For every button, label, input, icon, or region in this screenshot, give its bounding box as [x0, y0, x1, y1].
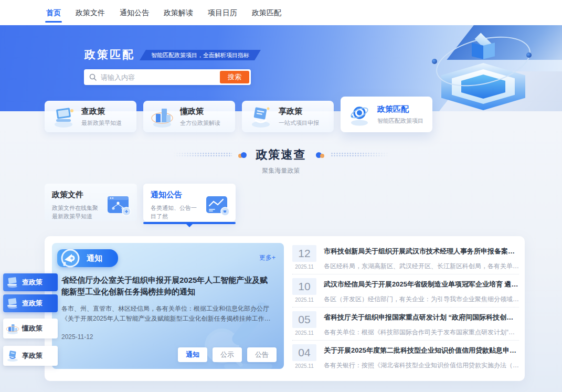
list-item[interactable]: 10 2025.11 武汉市经信局关于开展2025年省级制造业单项冠军企业培育 …: [292, 274, 519, 308]
hero-banner: 政策匹配 智能匹配政策项目，全面解析项目指标 搜索: [0, 25, 562, 111]
side-widgets: 查政策 查政策 懂政策: [3, 273, 58, 369]
top-nav: 首页 政策文件 通知公告 政策解读 项目日历 政策匹配: [0, 0, 562, 25]
hero-title: 政策匹配: [84, 47, 135, 62]
notice-type-button-publicity[interactable]: 公示: [213, 347, 242, 362]
feature-card-enjoy-policy[interactable]: 享政策 一站式项目申报: [242, 101, 334, 132]
nav-item-notices[interactable]: 通知公告: [120, 0, 149, 25]
notice-body: 各市、州、直管市、林区经信局，各有关单位：根据工业和信息化部办公厅《关于开展20…: [61, 304, 275, 324]
notice-title: 省经信厅办公室关于组织申报开展2025年人工智能产业及赋能新型工业化创新任务揭榜…: [61, 274, 273, 298]
side-widget-search-policy[interactable]: 查政策: [3, 294, 58, 312]
section-subtitle: 聚集海量政策: [0, 166, 562, 175]
laptop-3d-icon: [6, 277, 19, 288]
side-widget-search-policy[interactable]: 查政策: [3, 273, 58, 291]
side-widget-understand-policy[interactable]: 懂政策: [3, 319, 58, 338]
list-item-desc: 各区（开发区）经信部门，有关企业：为引导我市企业聚焦细分领域和产业链关...: [324, 295, 519, 304]
list-item[interactable]: 04 2025.11 关于开展2025年度第二批科技型企业知识价值信用贷款贴息申…: [292, 341, 519, 374]
notice-banner-label: 通知: [87, 253, 102, 262]
notice-list: 12 2025.11 市科技创新局关于组织开展武汉市技术经理人事务所申报备案的通…: [292, 241, 519, 374]
search-input[interactable]: [100, 73, 217, 82]
side-widget-enjoy-policy[interactable]: 享政策: [3, 346, 58, 366]
decorative-dots: [316, 152, 324, 158]
nav-item-policy-match[interactable]: 政策匹配: [252, 0, 281, 25]
bar-chart-3d-icon: [149, 104, 176, 129]
section-title: 政策速查: [253, 147, 310, 163]
search-button[interactable]: 搜索: [220, 71, 249, 83]
feature-card-title: 政策匹配: [377, 104, 423, 114]
list-item-desc: 各有关单位：根据《科技部国际合作司关于发布国家重点研发计划“政府间国科技...: [324, 328, 519, 337]
document-hand-3d-icon: [6, 349, 19, 362]
tab-description: 政策文件在线集聚 最新政策早知道: [52, 204, 107, 220]
nav-item-project-calendar[interactable]: 项目日历: [208, 0, 237, 25]
side-widget-label: 享政策: [22, 351, 43, 361]
nav-item-policy-files[interactable]: 政策文件: [76, 0, 105, 25]
feature-card-title: 享政策: [279, 107, 319, 116]
notice-type-button-notice[interactable]: 通知: [178, 347, 207, 362]
notice-date: 2025-11-12: [61, 333, 93, 341]
list-item-title: 武汉市经信局关于开展2025年省级制造业单项冠军企业培育 遴选和复...: [324, 280, 519, 289]
search-bar: 搜索: [84, 69, 251, 85]
side-widget-label: 查政策: [22, 278, 43, 287]
flowchart-window-icon: [107, 195, 132, 216]
tab-policy-files[interactable]: 政策文件 政策文件在线集聚 最新政策早知道: [45, 184, 137, 221]
list-item[interactable]: 05 2025.11 省科技厅关于组织申报国家重点研发计划 “政府间国际科技创新…: [292, 308, 519, 341]
page: 首页 政策文件 通知公告 政策解读 项目日历 政策匹配 政策匹配 智能匹配政策项…: [0, 0, 562, 392]
feature-card-title: 懂政策: [180, 107, 220, 116]
bar-chart-3d-icon: [6, 322, 19, 335]
feature-card-understand-policy[interactable]: 懂政策 全方位政策解读: [143, 101, 235, 132]
feature-card-subtitle: 最新政策早知道: [81, 119, 122, 127]
globe-orbit-3d-icon: [346, 102, 373, 126]
feature-card-row: 查政策 最新政策早知道 懂政策 全方位政策解读: [45, 101, 432, 132]
document-hand-3d-icon: [247, 104, 274, 129]
notice-banner: 通知: [57, 249, 118, 267]
feature-card-subtitle: 智能匹配政策项目: [377, 117, 423, 125]
hero-badge: 智能匹配政策项目，全面解析项目指标: [140, 50, 261, 60]
date-block: 04 2025.11: [292, 344, 316, 374]
notice-type-buttons: 通知 公示 公告: [178, 347, 277, 362]
feature-card-search-policy[interactable]: 查政策 最新政策早知道: [45, 101, 136, 132]
side-widget-label: 懂政策: [22, 324, 43, 333]
quick-search-tabs: 政策文件 政策文件在线集聚 最新政策早知道 通知公告 各类通知、公告一: [45, 184, 236, 221]
list-item-title: 市科技创新局关于组织开展武汉市技术经理人事务所申报备案的通知: [324, 247, 519, 256]
date-block: 10 2025.11: [292, 278, 316, 307]
tab-description: 各类通知、公告一 目了然: [151, 204, 205, 220]
list-item[interactable]: 12 2025.11 市科技创新局关于组织开展武汉市技术经理人事务所申报备案的通…: [292, 241, 519, 274]
feature-card-subtitle: 一站式项目申报: [279, 119, 319, 127]
search-icon: [89, 73, 97, 81]
more-link[interactable]: 更多+: [259, 253, 275, 262]
nav-item-home[interactable]: 首页: [46, 0, 61, 25]
list-item-desc: 各区经科局，东湖高新区、武汉经开区、长江新区科创局，各有关单位：根据《...: [324, 262, 519, 271]
quick-search-header: 政策速查 聚集海量政策: [0, 147, 562, 175]
decorative-dots: [238, 152, 247, 158]
feature-card-subtitle: 全方位政策解读: [180, 119, 220, 127]
trend-window-icon: [205, 195, 230, 216]
decorative-dashes: [331, 152, 389, 157]
notice-type-button-announcement[interactable]: 公告: [247, 347, 277, 362]
feature-card-title: 查政策: [81, 107, 122, 116]
notice-panel: 通知 更多+ 省经信厅办公室关于组织申报开展2025年人工智能产业及赋能新型工业…: [45, 236, 525, 381]
side-widget-label: 查政策: [22, 299, 43, 308]
feature-card-policy-match[interactable]: 政策匹配 智能匹配政策项目: [341, 97, 432, 132]
megaphone-icon: [57, 246, 83, 270]
laptop-3d-icon: [6, 298, 19, 309]
date-block: 05 2025.11: [292, 311, 316, 340]
orbit-dot: [432, 59, 437, 64]
decorative-dashes: [173, 152, 232, 157]
list-item-title: 关于开展2025年度第二批科技型企业知识价值信用贷款贴息申报工作...: [324, 346, 519, 355]
laptop-3d-icon: [50, 104, 77, 129]
featured-notice-card[interactable]: 通知 更多+ 省经信厅办公室关于组织申报开展2025年人工智能产业及赋能新型工业…: [52, 243, 284, 369]
list-item-title: 省科技厅关于组织申报国家重点研发计划 “政府间国际科技创新合作”...: [324, 313, 519, 322]
iso-cube: [472, 37, 495, 64]
orbit-dot: [526, 52, 532, 58]
active-tab-pointer: [186, 224, 193, 227]
nav-item-interpretation[interactable]: 政策解读: [164, 0, 193, 25]
date-block: 12 2025.11: [292, 245, 316, 274]
list-item-desc: 各有关银行：按照《湖北省科技型企业知识价值信用贷款实施办法（试行）》（...: [324, 361, 519, 370]
tab-notices[interactable]: 通知公告 各类通知、公告一 目了然: [143, 184, 236, 221]
